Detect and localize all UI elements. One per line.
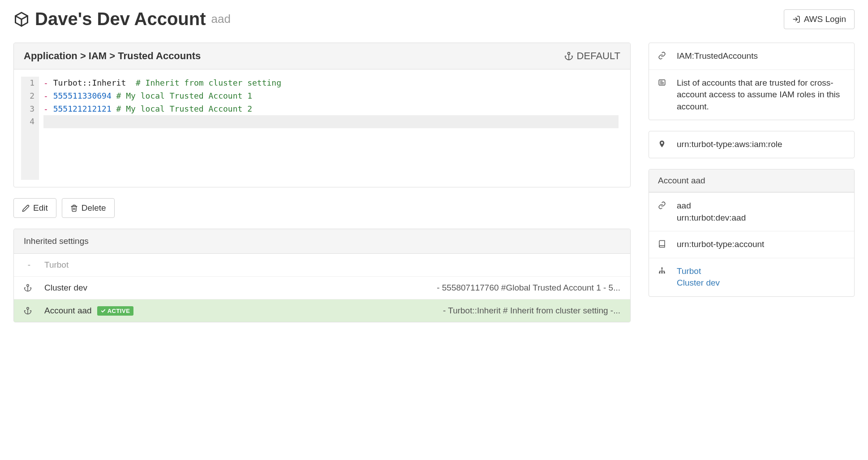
aws-login-button[interactable]: AWS Login bbox=[784, 9, 855, 29]
default-label: DEFAULT bbox=[577, 50, 620, 62]
edit-label: Edit bbox=[33, 203, 48, 213]
urn-type-card: urn:turbot-type:aws:iam:role bbox=[649, 131, 855, 158]
login-icon bbox=[792, 15, 800, 23]
edit-button[interactable]: Edit bbox=[13, 198, 56, 218]
aws-login-label: AWS Login bbox=[804, 14, 846, 24]
delete-button[interactable]: Delete bbox=[62, 198, 115, 218]
page-title-suffix: aad bbox=[211, 12, 231, 26]
inherited-title: Inherited settings bbox=[24, 236, 89, 246]
urn-type-text: urn:turbot-type:aws:iam:role bbox=[677, 139, 845, 151]
book-icon bbox=[658, 239, 668, 248]
svg-rect-12 bbox=[659, 272, 660, 273]
svg-rect-13 bbox=[662, 272, 663, 273]
inherited-row[interactable]: Account aad ACTIVE- Turbot::Inherit # In… bbox=[14, 299, 630, 322]
inherited-name: Cluster dev bbox=[44, 283, 134, 293]
default-tag: DEFAULT bbox=[564, 50, 620, 62]
inherited-name: Turbot bbox=[44, 260, 134, 270]
inherited-value: - Turbot::Inherit # Inherit from cluster… bbox=[144, 306, 620, 316]
account-card: Account aad aad urn:turbot:dev:aad urn:t… bbox=[649, 169, 855, 297]
pin-icon bbox=[658, 139, 668, 148]
account-urn: urn:turbot:dev:aad bbox=[677, 212, 845, 224]
anchor-icon bbox=[564, 52, 573, 61]
type-name: IAM:TrustedAccounts bbox=[677, 50, 845, 62]
inherited-row[interactable]: Cluster dev- 555807117760 #Global Truste… bbox=[14, 276, 630, 299]
yaml-editor[interactable]: 1234 - Turbot::Inherit # Inherit from cl… bbox=[21, 77, 623, 180]
link-icon bbox=[658, 50, 668, 60]
edit-icon bbox=[22, 204, 30, 212]
trash-icon bbox=[70, 204, 78, 212]
page-title-text: Dave's Dev Account bbox=[35, 9, 206, 29]
svg-rect-11 bbox=[662, 267, 663, 269]
type-info-card: IAM:TrustedAccounts List of accounts tha… bbox=[649, 43, 855, 120]
account-id: aad bbox=[677, 200, 845, 212]
breadcrumb: Application > IAM > Trusted Accounts bbox=[24, 50, 201, 62]
account-header: Account aad bbox=[649, 169, 854, 192]
anchor-icon bbox=[24, 307, 34, 315]
type-description: List of accounts that are trusted for cr… bbox=[677, 77, 845, 113]
page-title: Dave's Dev Account aad bbox=[13, 9, 231, 29]
hierarchy-link[interactable]: Cluster dev bbox=[677, 277, 845, 289]
inherited-panel: Inherited settings -TurbotCluster dev- 5… bbox=[13, 229, 631, 322]
account-type-urn: urn:turbot-type:account bbox=[677, 239, 845, 251]
newspaper-icon bbox=[658, 77, 668, 87]
hierarchy-link[interactable]: Turbot bbox=[677, 265, 845, 278]
inherited-row[interactable]: -Turbot bbox=[14, 254, 630, 276]
setting-panel: Application > IAM > Trusted Accounts DEF… bbox=[13, 43, 631, 187]
svg-rect-14 bbox=[664, 272, 665, 273]
anchor-icon bbox=[24, 284, 34, 292]
delete-label: Delete bbox=[82, 203, 106, 213]
active-badge: ACTIVE bbox=[97, 306, 134, 316]
dash-icon: - bbox=[24, 260, 34, 270]
cube-icon bbox=[13, 11, 30, 27]
inherited-name: Account aad ACTIVE bbox=[44, 306, 134, 316]
inherited-value: - 555807117760 #Global Trusted Account 1… bbox=[144, 283, 620, 293]
sitemap-icon bbox=[658, 265, 668, 275]
link-icon bbox=[658, 200, 668, 209]
